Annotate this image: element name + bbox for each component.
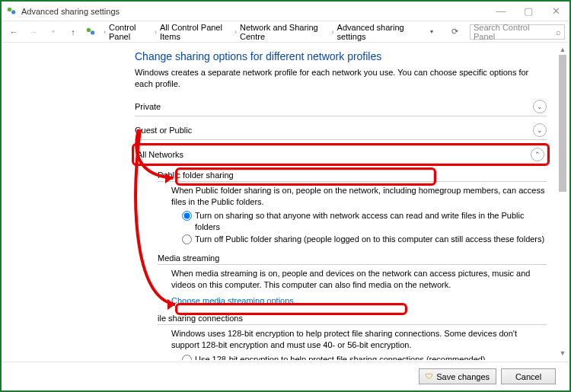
- svg-point-2: [87, 27, 91, 31]
- svg-point-3: [91, 30, 94, 34]
- svg-point-1: [11, 10, 15, 14]
- address-dropdown[interactable]: ▾: [424, 24, 439, 40]
- forward-button: →: [26, 24, 41, 40]
- close-button[interactable]: ✕: [542, 2, 569, 21]
- link-media-options[interactable]: Choose media streaming options...: [171, 296, 301, 305]
- radio-public-on[interactable]: Turn on sharing so that anyone with netw…: [182, 210, 547, 233]
- app-icon: [6, 6, 17, 17]
- chevron-down-icon: ⌄: [533, 123, 547, 137]
- chevron-up-icon: ⌃: [531, 148, 544, 161]
- crumb-all-items[interactable]: All Control Panel Items: [160, 23, 231, 41]
- crumb-control-panel[interactable]: Control Panel: [109, 23, 152, 41]
- profile-all-networks[interactable]: All Networks ⌃: [132, 143, 550, 166]
- chevron-down-icon: ⌄: [533, 100, 547, 113]
- crumb-network-sharing[interactable]: Network and Sharing Centre: [240, 23, 329, 41]
- location-icon: [85, 27, 96, 37]
- profile-private[interactable]: Private ⌄: [135, 97, 547, 116]
- section-public-folder: Public folder sharing When Public folder…: [135, 167, 547, 250]
- radio-public-off[interactable]: Turn off Public folder sharing (people l…: [182, 234, 547, 245]
- window-title: Advanced sharing settings: [21, 7, 487, 16]
- scroll-up[interactable]: ▲: [557, 44, 568, 55]
- scrollbar[interactable]: ▲ ▼: [557, 44, 568, 359]
- nav-bar: ← → ▾ ↑ › Control Panel › All Control Pa…: [2, 21, 569, 43]
- profile-guest[interactable]: Guest or Public ⌄: [135, 121, 547, 140]
- scroll-track[interactable]: [557, 55, 568, 348]
- shield-icon: 🛡: [426, 372, 433, 381]
- scroll-down[interactable]: ▼: [557, 348, 568, 359]
- footer: 🛡 Save changes Cancel: [2, 362, 569, 390]
- page-heading: Change sharing options for different net…: [135, 50, 547, 62]
- section-media: Media streaming When media streaming is …: [135, 250, 547, 311]
- page-subtext: Windows creates a separate network profi…: [135, 67, 547, 90]
- maximize-button[interactable]: ▢: [515, 2, 542, 21]
- radio-128bit[interactable]: Use 128-bit encryption to help protect f…: [182, 354, 547, 360]
- scroll-thumb[interactable]: [559, 55, 566, 192]
- up-button[interactable]: ↑: [65, 24, 81, 40]
- back-button[interactable]: ←: [6, 24, 21, 40]
- refresh-button[interactable]: ⟳: [447, 24, 462, 40]
- title-bar: Advanced sharing settings — ▢ ✕: [2, 2, 569, 21]
- content-area: Change sharing options for different net…: [2, 43, 569, 360]
- search-icon: ⌕: [556, 27, 561, 37]
- minimize-button[interactable]: —: [487, 2, 515, 21]
- section-file-sharing: ile sharing connections Windows uses 128…: [135, 311, 547, 360]
- save-button[interactable]: 🛡 Save changes: [419, 368, 496, 384]
- svg-point-0: [8, 7, 11, 11]
- breadcrumb[interactable]: › Control Panel › All Control Panel Item…: [100, 23, 419, 41]
- recent-dropdown[interactable]: ▾: [46, 24, 61, 40]
- cancel-button[interactable]: Cancel: [501, 368, 556, 384]
- crumb-advanced-sharing[interactable]: Advanced sharing settings: [337, 23, 419, 41]
- search-input[interactable]: Search Control Panel ⌕: [470, 24, 565, 40]
